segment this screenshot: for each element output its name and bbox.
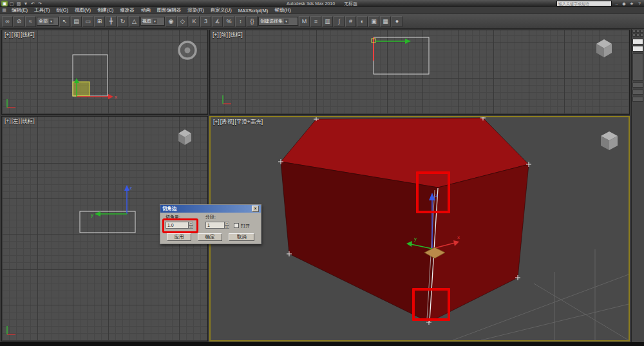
viewport-front[interactable]: [+][前][线框] <box>209 30 630 115</box>
redo-icon[interactable]: ↷ <box>37 1 43 6</box>
box-wireframe-left-view[interactable] <box>80 211 135 233</box>
modifier-stack[interactable] <box>632 53 643 81</box>
align-icon[interactable]: ≡ <box>310 16 321 27</box>
gizmo-plane-handle[interactable] <box>73 82 90 96</box>
application-menu-button[interactable]: ▣ <box>1 1 8 6</box>
tab-motion-icon[interactable] <box>632 34 636 37</box>
reference-coordinate-dropdown[interactable]: 视图 ▼ <box>140 17 165 26</box>
select-by-name-icon[interactable]: ▤ <box>71 16 82 27</box>
menu-rendering[interactable]: 渲染(R) <box>184 7 207 14</box>
tab-create-icon[interactable] <box>632 30 636 33</box>
box-wireframe-front-view[interactable] <box>374 37 429 74</box>
help-icon[interactable]: ? <box>636 1 643 6</box>
schematic-view-icon[interactable]: # <box>345 16 356 27</box>
render-setup-icon[interactable]: ▣ <box>368 16 379 27</box>
select-and-link-icon[interactable]: ∞ <box>2 16 13 27</box>
material-editor-icon[interactable]: ◐ <box>357 16 368 27</box>
viewcube-compass[interactable] <box>179 42 196 59</box>
move-gizmo-front-view[interactable] <box>372 39 411 44</box>
selection-filter-dropdown[interactable]: 全部 ▼ <box>37 17 59 26</box>
snaps-toggle-icon[interactable]: 3 <box>200 16 211 27</box>
menu-create[interactable]: 创建(C) <box>94 7 117 14</box>
bind-to-spacewarp-icon[interactable]: ≈ <box>25 16 36 27</box>
percent-snap-icon[interactable]: % <box>223 16 234 27</box>
spinner-snap-icon[interactable]: ↕ <box>235 16 246 27</box>
subscription-center-icon[interactable]: ◆ <box>621 1 627 6</box>
window-crossing-icon[interactable]: ⊞ <box>94 16 105 27</box>
move-gizmo-left-view[interactable]: y z <box>91 185 132 218</box>
object-name-field[interactable] <box>632 39 643 44</box>
reference-coordinate-value: 视图 <box>142 18 151 24</box>
keyboard-override-icon[interactable]: K <box>189 16 200 27</box>
viewport-name-button[interactable]: [顶] <box>12 32 20 38</box>
segments-spinner[interactable]: ▲ ▼ <box>225 222 229 229</box>
menu-customize[interactable]: 自定义(U) <box>207 7 235 14</box>
viewport-menu-button[interactable]: [+] <box>213 32 219 38</box>
select-and-manipulate-icon[interactable]: ◇ <box>177 16 188 27</box>
menu-tools[interactable]: 工具(T) <box>31 7 53 14</box>
quick-render-icon[interactable]: ● <box>392 16 402 27</box>
ok-button[interactable]: 确定 <box>198 233 222 241</box>
viewport-shading-button[interactable]: [平滑+高光] <box>234 119 263 125</box>
viewport-menu-button[interactable]: [+] <box>5 118 11 124</box>
favorites-star-icon[interactable]: ★ <box>629 1 635 6</box>
menu-graph-editors[interactable]: 图形编辑器 <box>154 7 185 14</box>
viewcube[interactable] <box>596 39 612 57</box>
viewport-menu-button[interactable]: [+] <box>213 119 220 125</box>
layer-manager-icon[interactable]: ▥ <box>322 16 333 27</box>
select-and-scale-icon[interactable]: △ <box>129 16 140 27</box>
viewcube[interactable] <box>178 130 191 145</box>
modifier-list-dropdown[interactable] <box>632 46 643 52</box>
mirror-icon[interactable]: M <box>299 16 310 27</box>
menu-animation[interactable]: 动画 <box>138 7 154 14</box>
search-go-icon[interactable]: → <box>613 1 620 6</box>
menu-views[interactable]: 视图(V) <box>71 7 94 14</box>
open-file-icon[interactable]: ▧ <box>15 1 22 6</box>
edit-named-sets-icon[interactable]: {} <box>247 16 258 27</box>
viewcube[interactable] <box>601 131 618 150</box>
viewport-shading-button[interactable]: [线框] <box>21 118 35 124</box>
rollout-bar[interactable] <box>632 97 643 102</box>
dialog-titlebar[interactable]: 切角边 × <box>160 205 261 213</box>
viewport-menu-button[interactable]: [+] <box>5 32 11 38</box>
spinner-down-icon[interactable]: ▼ <box>225 226 229 229</box>
cancel-button[interactable]: 取消 <box>229 233 254 241</box>
dropdown-arrow-icon: ▼ <box>153 19 157 24</box>
new-scene-icon[interactable]: ▢ <box>8 1 15 6</box>
menu-maxscript[interactable]: MAXScript(M) <box>235 8 272 14</box>
save-file-icon[interactable]: ▼ <box>23 1 29 6</box>
tab-utilities-icon[interactable] <box>640 34 643 37</box>
unlink-selection-icon[interactable]: ⊘ <box>14 16 24 27</box>
use-pivot-center-icon[interactable]: ◉ <box>166 16 176 27</box>
segments-field[interactable]: 1 <box>205 222 225 229</box>
infocenter-search-input[interactable] <box>556 1 612 6</box>
angle-snap-icon[interactable]: ∡ <box>212 16 223 27</box>
viewport-name-button[interactable]: [透视] <box>220 119 234 125</box>
curve-editor-icon[interactable]: ∫ <box>334 16 345 27</box>
apply-button[interactable]: 应用 <box>167 233 191 241</box>
tab-display-icon[interactable] <box>636 34 639 37</box>
tab-modify-icon[interactable] <box>636 30 639 33</box>
named-selection-dropdown[interactable]: 创建选择集 ▼ <box>258 17 298 26</box>
rollout-bar[interactable] <box>632 82 643 88</box>
rendered-frame-icon[interactable]: ▦ <box>380 16 391 27</box>
rectangular-region-icon[interactable]: ▭ <box>82 16 93 27</box>
rollout-bar[interactable] <box>632 90 643 95</box>
viewport-name-button[interactable]: [前] <box>220 32 228 38</box>
viewport-shading-button[interactable]: [线框] <box>229 32 243 38</box>
viewport-shading-button[interactable]: [线框] <box>21 32 35 38</box>
select-and-move-icon[interactable]: ╋ <box>106 16 117 27</box>
undo-icon[interactable]: ↶ <box>30 1 36 6</box>
menu-group[interactable]: 组(G) <box>53 7 71 14</box>
menu-help[interactable]: 帮助(H) <box>271 7 294 14</box>
select-and-rotate-icon[interactable]: ↻ <box>117 16 128 27</box>
dialog-close-button[interactable]: × <box>252 206 259 212</box>
menu-edit[interactable]: 编辑(E) <box>8 7 31 14</box>
viewport-name-button[interactable]: [左] <box>12 118 20 124</box>
select-object-icon[interactable]: ↖ <box>59 16 70 27</box>
tab-hierarchy-icon[interactable] <box>640 30 643 33</box>
open-checkbox[interactable] <box>234 223 239 228</box>
menu-modifiers[interactable]: 修改器 <box>117 7 138 14</box>
graphite-menu-icon[interactable]: ▦ <box>0 8 8 13</box>
viewport-top[interactable]: [+][顶][线框] x <box>1 30 208 115</box>
